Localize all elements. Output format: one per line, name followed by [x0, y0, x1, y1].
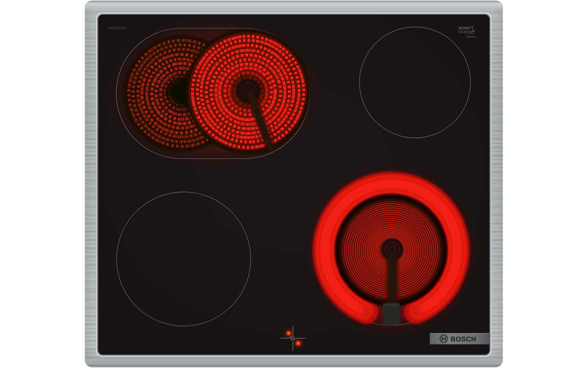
- svg-text:SCHOTT: SCHOTT: [459, 26, 474, 30]
- svg-text:BOSCH: BOSCH: [451, 336, 476, 343]
- svg-text:R: R: [473, 30, 474, 32]
- svg-text:NKN645GA2E: NKN645GA2E: [109, 26, 126, 30]
- svg-text:CERAN: CERAN: [459, 30, 472, 34]
